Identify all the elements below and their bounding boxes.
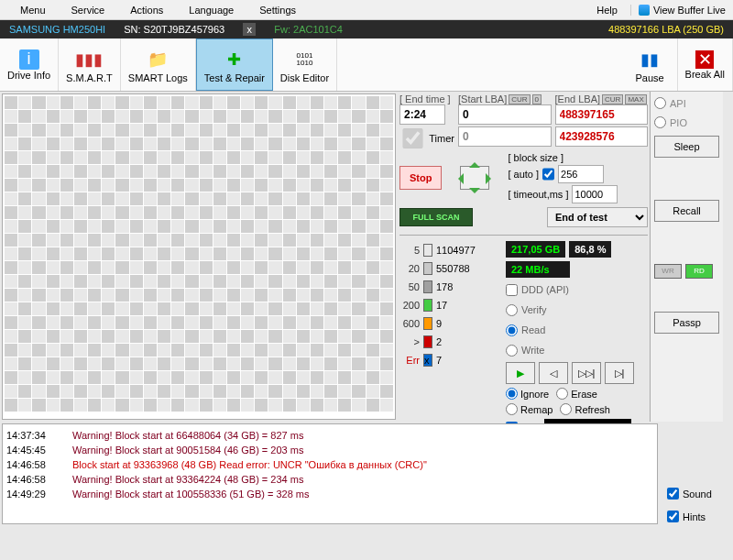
stop-button[interactable]: Stop (399, 166, 442, 190)
erase-radio[interactable] (556, 388, 568, 400)
control-panel: [ End time ] Timer [Start LBA] CUR 0 [En… (398, 92, 650, 422)
menu-actions[interactable]: Actions (117, 2, 176, 18)
block-size-label: [ block size ] (508, 152, 563, 163)
start-lba-input2[interactable] (458, 126, 552, 147)
break-all-button[interactable]: ✕Break All (678, 38, 733, 91)
menu-help[interactable]: Help (584, 2, 630, 18)
pause-button[interactable]: ▮▮Pause (623, 38, 678, 91)
timer-label: Timer (429, 133, 454, 144)
speed: 22 MB/s (506, 261, 570, 278)
auto-label: [ auto ] (508, 169, 539, 180)
view-buffer-label: View Buffer Live (653, 5, 726, 16)
rd-indicator: RD (685, 264, 713, 279)
recall-button[interactable]: Recall (654, 200, 719, 222)
read-radio[interactable] (506, 324, 518, 336)
timeout-label: [ timeout,ms ] (508, 189, 568, 200)
medkit-icon: ✚ (222, 47, 247, 72)
end-lba-label: [End LBA] (555, 93, 601, 104)
chart-icon: ▮▮▮ (76, 47, 102, 72)
sleep-button[interactable]: Sleep (654, 136, 719, 158)
scanned-size: 217,05 GB (506, 241, 565, 258)
nav-up-icon[interactable] (469, 157, 480, 168)
cur-badge2[interactable]: CUR (602, 94, 623, 104)
play-button[interactable]: ▶ (506, 362, 535, 384)
verify-radio[interactable] (506, 304, 518, 316)
timeout-input[interactable] (572, 185, 618, 203)
buffer-icon (639, 5, 650, 16)
menu-menu[interactable]: Menu (7, 2, 59, 18)
timer-checkbox[interactable] (399, 128, 426, 148)
cur-badge[interactable]: CUR (509, 94, 530, 104)
firmware: Fw: 2AC101C4 (274, 24, 343, 35)
pause-icon: ▮▮ (637, 47, 662, 72)
toolbar: iDrive Info ▮▮▮S.M.A.R.T 📁SMART Logs ✚Te… (0, 38, 733, 92)
hints-checkbox[interactable] (667, 511, 679, 522)
end-time-input[interactable] (399, 104, 445, 125)
serial-number: SN: S20TJ9BZ457963 (124, 24, 224, 35)
nav-right-icon[interactable] (486, 173, 497, 184)
full-scan-button[interactable]: FULL SCAN (399, 208, 473, 226)
view-buffer-live[interactable]: View Buffer Live (630, 5, 726, 16)
zero-badge[interactable]: 0 (532, 94, 542, 104)
sound-checkbox[interactable] (667, 488, 679, 500)
start-lba-label: [Start LBA] (458, 93, 507, 104)
skip-end-button[interactable]: ▷| (605, 362, 634, 384)
nav-down-icon[interactable] (469, 188, 480, 199)
test-repair-button[interactable]: ✚Test & Repair (196, 38, 273, 91)
end-lba-input[interactable] (555, 104, 649, 125)
remap-radio[interactable] (506, 403, 518, 415)
smart-button[interactable]: ▮▮▮S.M.A.R.T (59, 38, 121, 91)
api-radio[interactable] (654, 97, 666, 109)
bottom-options: Sound Hints (660, 422, 733, 526)
start-lba-input[interactable] (458, 104, 552, 125)
pio-radio[interactable] (654, 116, 666, 128)
wr-indicator: WR (654, 264, 682, 279)
ddd-checkbox[interactable] (506, 284, 518, 296)
right-panel: API PIO Sleep Recall WR RD Passp (650, 92, 723, 422)
play-icon: ▶ (517, 368, 524, 379)
lba-capacity: 488397166 LBA (250 GB) (608, 24, 724, 35)
drive-model: SAMSUNG HM250HI (9, 24, 105, 35)
block-size-input[interactable] (558, 165, 604, 183)
scanned-pct: 86,8 % (569, 241, 611, 258)
log-panel: 14:37:34Warning! Block start at 66488064… (2, 423, 658, 524)
refresh-radio[interactable] (560, 403, 572, 415)
end-lba-input2[interactable] (555, 126, 649, 147)
smart-logs-button[interactable]: 📁SMART Logs (121, 38, 196, 91)
rw-indicator: WR RD (654, 264, 719, 279)
ignore-radio[interactable] (506, 388, 518, 400)
end-time-label: [ End time ] (399, 93, 451, 104)
stop-icon: ✕ (695, 50, 714, 69)
menu-bar: Menu Service Actions Language Settings H… (0, 0, 733, 20)
menu-settings[interactable]: Settings (246, 2, 309, 18)
auto-checkbox[interactable] (542, 165, 554, 183)
latency-histogram: 511049772055078850178200176009>2Errx7 (399, 241, 500, 437)
menu-service[interactable]: Service (59, 2, 118, 18)
passp-button[interactable]: Passp (654, 312, 719, 334)
surface-map (2, 93, 396, 420)
write-radio[interactable] (506, 345, 518, 357)
nav-arrows (447, 155, 502, 201)
info-icon: i (19, 49, 39, 70)
scan-info: 217,05 GB 86,8 % 22 MB/s DDD (API) Verif… (506, 241, 643, 437)
step-back-button[interactable]: ◁ (539, 362, 568, 384)
skip-fwd-button[interactable]: ▷▷| (572, 362, 601, 384)
end-of-test-select[interactable]: End of test (547, 207, 648, 227)
binary-icon: 01011010 (291, 47, 317, 72)
menu-language[interactable]: Language (176, 2, 246, 18)
disk-editor-button[interactable]: 01011010Disk Editor (273, 38, 337, 91)
drive-info-button[interactable]: iDrive Info (0, 38, 59, 91)
drive-info-bar: SAMSUNG HM250HI SN: S20TJ9BZ457963 x Fw:… (0, 20, 733, 38)
max-badge[interactable]: MAX (625, 94, 646, 104)
close-drive-icon[interactable]: x (243, 23, 256, 36)
nav-left-icon[interactable] (453, 173, 464, 184)
folder-icon: 📁 (145, 47, 170, 72)
